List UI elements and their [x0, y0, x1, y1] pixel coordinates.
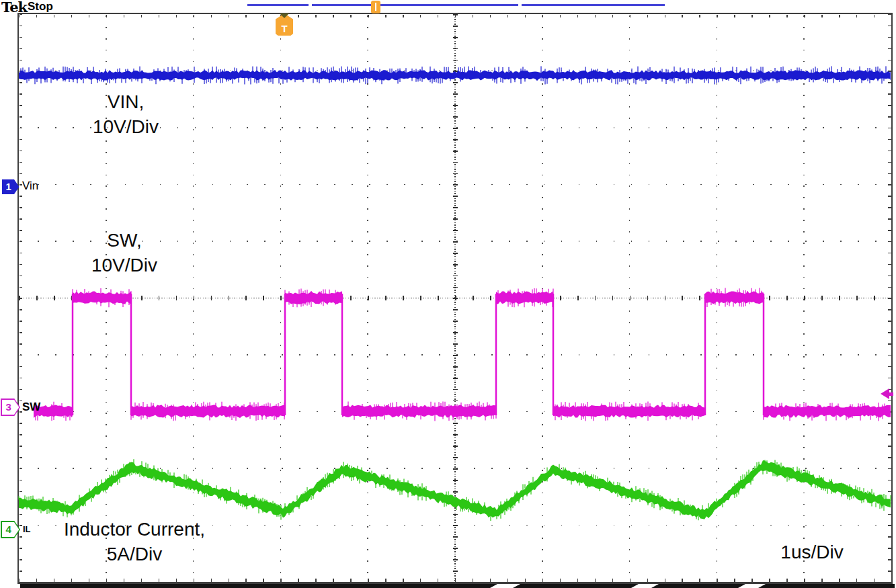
channel-4-digit: 4 [2, 522, 19, 538]
waveform-il [19, 460, 891, 519]
sw-annotation: SW,10V/Div [60, 228, 188, 278]
channel-1-digit: 1 [2, 179, 19, 195]
waveform-sw-high [705, 291, 764, 304]
record-position-marker-slit [375, 3, 376, 11]
trigger-caret-icon [280, 13, 289, 18]
record-view-segment [312, 4, 518, 6]
record-position-marker[interactable] [371, 1, 380, 13]
waveform-sw-high [73, 291, 131, 304]
waveform-sw-high [285, 291, 342, 304]
acquisition-status: Stop [28, 0, 53, 13]
channel-3-name: SW [22, 401, 40, 414]
record-view-segment [522, 4, 665, 6]
waveform-canvas [0, 0, 896, 588]
waveform-sw-edges [73, 294, 764, 415]
il-annotation: Inductor Current,5A/Div [27, 517, 242, 566]
trigger-level-arrow[interactable] [881, 388, 894, 399]
tek-logo: Tek [1, 0, 27, 15]
channel-3-digit: 3 [2, 400, 19, 415]
vin-annotation: VIN,10V/Div [62, 89, 190, 139]
record-view-segment [247, 4, 309, 6]
waveform-sw-low [764, 405, 891, 417]
channel-1-name: Vin [22, 179, 38, 193]
oscilloscope-screen: Tek Stop T 1 Vin 3 SW 4 IL VIN,10V/Div S… [0, 0, 896, 588]
timebase-label: 1us/Div [745, 542, 879, 563]
trigger-level-arrow-tail [889, 392, 893, 396]
